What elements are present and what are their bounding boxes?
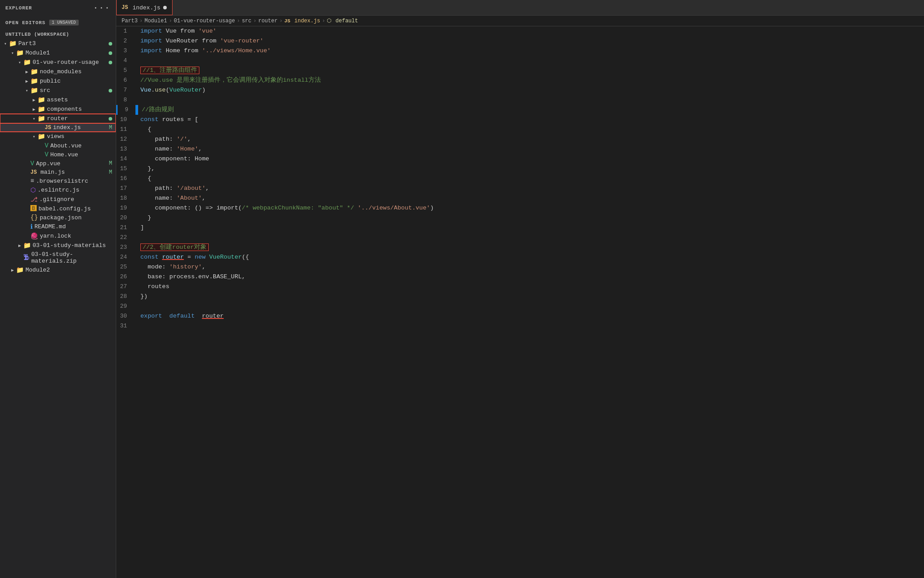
line-number: 24 <box>116 252 134 262</box>
sidebar-menu-button[interactable]: ··· <box>93 4 110 13</box>
folder-icon: 📁 <box>30 87 38 94</box>
breadcrumb-router-usage[interactable]: 01-vue-router-usage <box>174 18 235 24</box>
sidebar-item-study-materials-zip[interactable]: 🗜 03-01-study-materials.zip <box>0 250 116 265</box>
sidebar-item-Home-vue[interactable]: V Home.vue <box>0 150 116 159</box>
code-line: 24 const router = new VueRouter({ <box>116 252 924 262</box>
readme-icon: ℹ <box>30 223 33 230</box>
sidebar-item-label: 03-01-study-materials.zip <box>31 251 116 264</box>
breadcrumb-Part3[interactable]: Part3 <box>122 18 138 24</box>
sidebar-item-browserslistrc[interactable]: ≡ .browserslistrc <box>0 176 116 185</box>
code-line: 3 import Home from '../views/Home.vue' <box>116 46 924 56</box>
code-line: 17 path: '/about', <box>116 184 924 193</box>
folder-icon: 📁 <box>23 242 31 249</box>
sidebar-item-01-vue-router-usage[interactable]: ▾ 📁 01-vue-router-usage <box>0 58 116 67</box>
sidebar-item-views[interactable]: ▾ 📁 views <box>0 132 116 141</box>
sidebar-item-gitignore[interactable]: ⎇ .gitignore <box>0 195 116 204</box>
code-line: 27 routes <box>116 282 924 292</box>
breadcrumb-src[interactable]: src <box>242 18 252 24</box>
modified-badge: M <box>109 169 112 176</box>
breadcrumb-default[interactable]: ⬡ default <box>327 17 358 24</box>
sidebar-item-study-materials[interactable]: ▶ 📁 03-01-study-materials <box>0 241 116 250</box>
line-content: { <box>137 125 924 134</box>
sidebar-item-About-vue[interactable]: V About.vue <box>0 141 116 150</box>
sidebar-item-label: package.json <box>40 214 116 221</box>
sidebar-item-package-json[interactable]: {} package.json <box>0 213 116 222</box>
vue-icon: V <box>30 160 34 167</box>
breadcrumb-sep: › <box>322 18 325 24</box>
sidebar-item-node_modules[interactable]: ▶ 📁 node_modules <box>0 67 116 76</box>
line-number: 1 <box>116 26 134 36</box>
sidebar-item-Module1[interactable]: ▾ 📁 Module1 <box>0 48 116 58</box>
folder-icon: 📁 <box>38 133 45 140</box>
sidebar-item-index-js[interactable]: JS index.js M <box>0 123 116 132</box>
sidebar-item-main-js[interactable]: JS main.js M <box>0 168 116 176</box>
json-icon: {} <box>30 214 38 221</box>
expand-arrow: ▾ <box>2 41 9 46</box>
sidebar-item-label: Part3 <box>18 40 109 47</box>
sidebar-item-eslintrc[interactable]: ⬡ .eslintrc.js <box>0 185 116 195</box>
line-content: Vue.use(VueRouter) <box>137 85 924 95</box>
code-line: 18 name: 'About', <box>116 193 924 203</box>
vue-icon: V <box>45 151 48 158</box>
line-content <box>137 56 924 66</box>
code-line: 9 //路由规则 <box>116 105 924 115</box>
line-number: 26 <box>116 272 134 282</box>
line-number: 14 <box>116 154 134 164</box>
line-content: { <box>137 174 924 184</box>
line-content: base: process.env.BASE_URL, <box>137 272 924 282</box>
sidebar-item-label: .browserslistrc <box>36 178 116 184</box>
code-line: 19 component: () => import(/* webpackChu… <box>116 203 924 213</box>
expand-arrow: ▾ <box>30 134 38 139</box>
folder-icon: 📁 <box>16 49 24 57</box>
git-icon: ⎇ <box>30 196 38 203</box>
folder-icon: 📁 <box>23 59 31 66</box>
code-line: 28 }) <box>116 292 924 302</box>
sidebar-item-Part3[interactable]: ▾ 📁 Part3 <box>0 39 116 48</box>
sidebar-item-src[interactable]: ▾ 📁 src <box>0 86 116 95</box>
line-content: //2、创建router对象 <box>137 243 924 252</box>
expand-arrow: ▶ <box>23 79 30 84</box>
code-line: 8 <box>116 95 924 105</box>
code-line: 6 //Vue.use 是用来注册插件，它会调用传入对象的install方法 <box>116 75 924 85</box>
breadcrumb-router[interactable]: router <box>258 18 278 24</box>
yarn-icon: 🧶 <box>30 232 38 240</box>
line-number: 3 <box>116 46 134 56</box>
tab-unsaved-dot <box>163 6 167 9</box>
sidebar-item-public[interactable]: ▶ 📁 public <box>0 76 116 86</box>
sidebar-item-Module2[interactable]: ▶ 📁 Module2 <box>0 265 116 275</box>
tab-index-js[interactable]: JS index.js <box>116 0 173 15</box>
breadcrumb-index-js[interactable]: JS index.js <box>284 18 320 24</box>
line-number: 15 <box>116 164 134 174</box>
sidebar-item-label: components <box>47 106 116 113</box>
line-content: const routes = [ <box>137 115 924 125</box>
sidebar-item-label: views <box>47 133 116 140</box>
sidebar-item-yarn[interactable]: 🧶 yarn.lock <box>0 231 116 241</box>
code-line: 22 <box>116 233 924 243</box>
folder-icon: 📁 <box>38 115 45 122</box>
modified-dot <box>109 51 112 55</box>
breadcrumb-Module1[interactable]: Module1 <box>144 18 167 24</box>
expand-arrow: ▶ <box>9 268 16 273</box>
sidebar-item-readme[interactable]: ℹ README.md <box>0 222 116 231</box>
code-line: 20 } <box>116 213 924 223</box>
expand-arrow: ▶ <box>16 243 23 248</box>
sidebar-item-components[interactable]: ▶ 📁 components <box>0 105 116 114</box>
tab-label: index.js <box>132 4 160 11</box>
expand-arrow: ▾ <box>30 116 38 121</box>
babel-icon: 🅱 <box>30 205 37 212</box>
line-number: 25 <box>116 262 134 272</box>
breadcrumb-sep: › <box>279 18 283 24</box>
expand-arrow: ▾ <box>16 60 23 65</box>
code-editor[interactable]: 1 import Vue from 'vue' 2 import VueRout… <box>116 26 924 578</box>
line-content: path: '/about', <box>137 184 924 193</box>
expand-arrow: ▶ <box>30 107 38 112</box>
sidebar-item-label: README.md <box>34 223 116 230</box>
sidebar-item-assets[interactable]: ▶ 📁 assets <box>0 95 116 105</box>
explorer-title: EXPLORER <box>5 5 32 11</box>
folder-icon: 📁 <box>38 96 45 104</box>
sidebar-item-App-vue[interactable]: V App.vue M <box>0 159 116 168</box>
sidebar-item-babel[interactable]: 🅱 babel.config.js <box>0 204 116 213</box>
line-number: 21 <box>116 223 134 233</box>
sidebar-item-router[interactable]: ▾ 📁 router <box>0 114 116 123</box>
line-number: 20 <box>116 213 134 223</box>
